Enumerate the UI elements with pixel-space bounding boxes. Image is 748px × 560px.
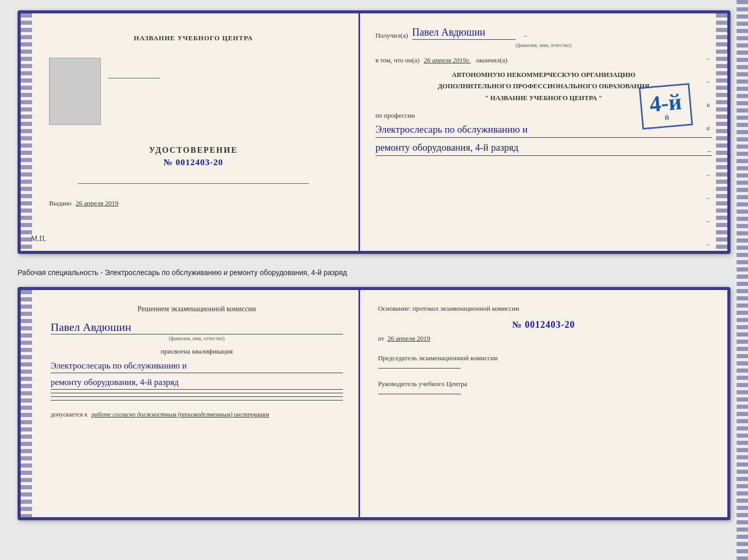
school-name-top: НАЗВАНИЕ УЧЕБНОГО ЦЕНТРА (49, 34, 338, 42)
doc-number: № 0012403-20 (378, 319, 709, 330)
profession-line2: ремонту оборудования, 4-й разряд (376, 140, 712, 156)
photo-placeholder (49, 58, 101, 125)
bottom-left-binding (21, 290, 32, 517)
assigned-label: присвоена квалификация (51, 347, 343, 356)
recipient-hint: (фамилия, имя, отчество) (376, 42, 712, 48)
date-value: 26 апреля 2019 (387, 334, 430, 342)
mp-label: М.П. (31, 235, 46, 243)
text1-prefix: в том, что он(а) (376, 56, 420, 64)
bottom-doc-right-panel: Основание: протокол экзаменационной коми… (360, 290, 727, 517)
recipient-name: Павел Авдюшин (412, 26, 516, 40)
head-block: Руководитель учебного Центра (378, 379, 709, 394)
person-name: Павел Авдюшин (51, 321, 343, 334)
chairman-sig-line (378, 368, 461, 369)
bottom-edge-dashes: – – – и а ← – – – – (727, 41, 734, 249)
stamp-inner: 4-й й (649, 90, 683, 122)
description-text: Рабочая специальность - Электрослесарь п… (18, 268, 730, 277)
blank-line-2 (51, 396, 343, 397)
org-line1: АВТОНОМНУЮ НЕКОММЕРЧЕСКУЮ ОРГАНИЗАЦИЮ (376, 69, 712, 81)
bottom-doc-left-panel: Решением экзаменационной комиссии Павел … (21, 290, 360, 517)
stamp-overlay: 4-й й (639, 83, 693, 130)
left-binding-decoration (21, 13, 32, 251)
qual-line1: Электрослесарь по обслуживанию и (51, 359, 343, 373)
top-document: НАЗВАНИЕ УЧЕБНОГО ЦЕНТРА УДОСТОВЕРЕНИЕ №… (18, 10, 730, 254)
issued-line: Выдано 26 апреля 2019 (49, 199, 338, 207)
head-label: Руководитель учебного Центра (378, 379, 709, 390)
blank-line-1 (51, 393, 343, 393)
completed-line: в том, что он(а) 26 апреля 2019г. окончи… (376, 54, 712, 66)
divider-area: Рабочая специальность - Электрослесарь п… (18, 263, 730, 278)
person-hint: (фамилия, имя, отчество) (51, 335, 343, 341)
commission-label: Решением экзаменационной комиссии (137, 305, 256, 313)
basis-label: Основание: протокол экзаменационной коми… (378, 303, 709, 314)
right-binding-decoration (716, 13, 727, 251)
qual-line2: ремонту оборудования, 4-й разряд (51, 375, 343, 390)
recipient-prefix: Получил(а) (376, 31, 408, 40)
issued-date: 26 апреля 2019 (76, 199, 119, 207)
blank-line-3 (51, 400, 343, 401)
admission-prefix: допускается к (51, 411, 87, 418)
dash1: – (524, 31, 527, 40)
recipient-line: Получил(а) Павел Авдюшин – (376, 26, 712, 40)
chairman-block: Председатель экзаменационной комиссии (378, 353, 709, 369)
date-prefix: от (378, 334, 384, 342)
cert-title: УДОСТОВЕРЕНИЕ (49, 146, 338, 155)
edge-dashes: – – и а ← – – – – (707, 55, 713, 248)
date-line: от 26 апреля 2019 (378, 334, 709, 343)
page-container: НАЗВАНИЕ УЧЕБНОГО ЦЕНТРА УДОСТОВЕРЕНИЕ №… (10, 10, 738, 520)
commission-title: Решением экзаменационной комиссии (51, 303, 343, 315)
top-doc-left-panel: НАЗВАНИЕ УЧЕБНОГО ЦЕНТРА УДОСТОВЕРЕНИЕ №… (21, 13, 360, 251)
cert-number: № 0012403-20 (49, 157, 338, 168)
top-doc-right-panel: Получил(а) Павел Авдюшин – (фамилия, имя… (360, 13, 727, 251)
text1-date: 26 апреля 2019г. (424, 56, 470, 64)
text1-suffix: окончил(а) (476, 56, 507, 64)
bottom-right-binding (737, 0, 748, 560)
issued-label: Выдано (49, 199, 71, 207)
admission-italic: работе согласно должностным (производств… (91, 411, 269, 418)
stamp-grade: 4-й (649, 90, 683, 116)
bottom-document: Решением экзаменационной комиссии Павел … (18, 287, 730, 520)
chairman-label: Председатель экзаменационной комиссии (378, 353, 709, 364)
admission-text: допускается к работе согласно должностны… (51, 411, 343, 419)
head-sig-line (378, 394, 461, 394)
